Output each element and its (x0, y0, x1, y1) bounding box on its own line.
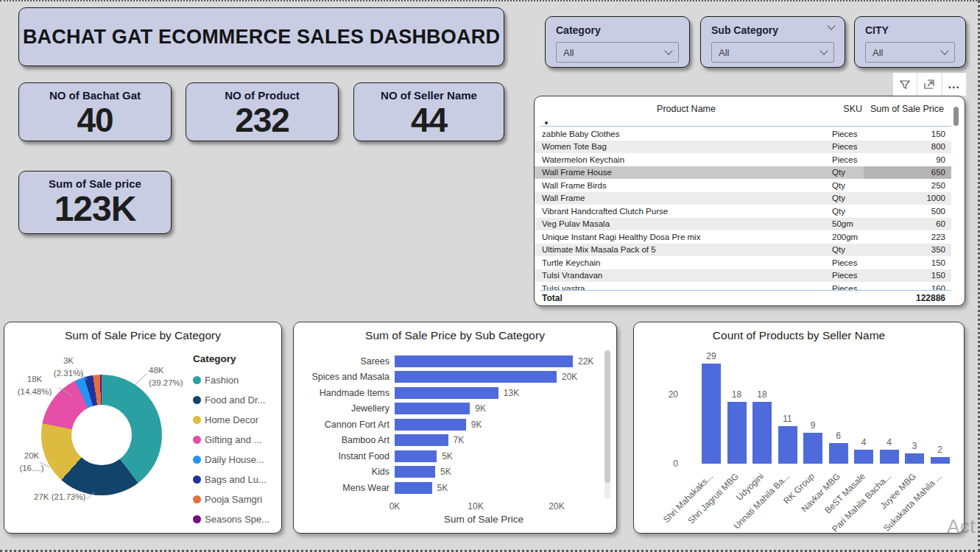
cell-sale-price: 223 (864, 230, 951, 244)
cell-sku: Pieces (832, 271, 864, 280)
filter-subcategory-label: Sub Category (711, 24, 834, 36)
cell-sku: 200gm (832, 233, 864, 241)
x-axis-tick-label: 10K (468, 501, 483, 512)
cell-product-name: Tulsi vastra (535, 284, 832, 290)
kpi-label: NO of Product (225, 89, 300, 102)
bar-chart-title: Sum of Sale Price by Sub Category (294, 329, 616, 342)
column-bar[interactable] (829, 443, 848, 464)
column-value-label: 11 (778, 414, 797, 424)
table-header-product-name[interactable]: Product Name (542, 104, 831, 120)
bar[interactable] (395, 371, 557, 383)
bar-chart-scrollbar-thumb[interactable] (604, 350, 610, 483)
filter-city-dropdown[interactable]: All (865, 42, 955, 63)
kpi-value: 40 (77, 102, 113, 139)
legend-item[interactable]: Food and Dr... (193, 390, 280, 410)
bar[interactable] (395, 434, 448, 446)
legend-label: Bags and Lu... (205, 474, 267, 485)
column-value-label: 29 (702, 351, 721, 361)
legend-label: Food and Dr... (205, 394, 265, 406)
bar[interactable] (395, 387, 498, 399)
legend-item[interactable]: Gifting and ... (193, 430, 280, 450)
cell-sale-price: 350 (864, 244, 951, 257)
kpi-label: NO of Seller Name (381, 89, 477, 102)
table-row[interactable]: Veg Pulav Masala50gm60 (535, 218, 951, 231)
table-row[interactable]: Wall Frame HouseQty650 (535, 166, 951, 180)
column-bar[interactable] (778, 426, 797, 464)
column-bar[interactable] (752, 402, 772, 464)
legend-label: Seasons Spe... (205, 514, 269, 525)
table-row[interactable]: Wall FrameQty1000 (535, 192, 951, 205)
bar-category-label: Kids (294, 467, 389, 477)
bar[interactable] (395, 419, 466, 431)
bar[interactable] (395, 403, 470, 414)
legend-item[interactable]: Fashion (193, 370, 280, 390)
table-row[interactable]: Wall Frame BirdsQty250 (535, 179, 951, 192)
bar-category-label: Cannon Fort Art (294, 420, 389, 430)
cell-product-name: Wall Frame (535, 194, 832, 202)
cell-sale-price: 160 (864, 282, 951, 290)
cell-sku: Qty (832, 181, 864, 190)
column-bar[interactable] (880, 450, 899, 464)
legend-item[interactable]: Pooja Samgri (193, 489, 280, 509)
cell-sale-price: 90 (864, 153, 951, 166)
legend-color-dot (193, 436, 201, 444)
legend-label: Fashion (205, 375, 239, 386)
donut-chart-title: Sum of Sale Price by Category (4, 329, 281, 342)
legend-item[interactable]: Daily House... (193, 450, 280, 470)
table-row[interactable]: Unique Instant Ragi Healthy Dosa Pre mix… (535, 230, 951, 244)
cell-sale-price: 650 (864, 166, 951, 180)
legend-color-dot (193, 515, 201, 523)
focus-mode-icon[interactable] (917, 73, 941, 96)
filter-icon[interactable] (893, 73, 917, 96)
kpi-card-bachat-gat: NO of Bachat Gat 40 (18, 82, 172, 141)
bar[interactable] (395, 466, 435, 478)
bar[interactable] (395, 450, 437, 462)
dashboard-title: BACHAT GAT ECOMMERCE SALES DASHBOARD (23, 26, 500, 49)
donut-chart[interactable] (41, 375, 162, 495)
legend-item[interactable]: Home Decor (193, 410, 280, 430)
filter-category-dropdown[interactable]: All (556, 42, 679, 63)
table-row[interactable]: Ultimate Mix Masala Pack of 5Qty350 (535, 244, 951, 257)
more-options-icon[interactable]: ... (942, 73, 966, 96)
table-header-sale-price[interactable]: Sum of Sale Price (862, 104, 950, 120)
legend-title: Category (193, 353, 280, 364)
table-row[interactable]: Tulsi vastraPieces160 (535, 282, 951, 290)
legend-item[interactable]: Seasons Spe... (193, 509, 280, 529)
bar-value-label: 9K (471, 420, 482, 430)
table-row[interactable]: Turtle KeychainPieces150 (535, 256, 951, 269)
column-bar[interactable] (905, 453, 924, 464)
table-row[interactable]: zabhle Baby ClothesPieces150 (535, 127, 951, 141)
cell-product-name: Turtle Keychain (535, 258, 832, 267)
table-scrollbar-thumb[interactable] (953, 107, 959, 126)
table-row[interactable]: Women Tote BagPieces800 (535, 141, 951, 154)
cell-sale-price: 1000 (864, 192, 951, 205)
column-bar[interactable] (702, 364, 721, 464)
column-bar[interactable] (931, 457, 950, 464)
column-bar[interactable] (727, 402, 747, 464)
bar-chart-scrollbar[interactable] (604, 350, 610, 499)
kpi-card-sale-price: Sum of Sale price 123K (18, 171, 172, 234)
bar-category-label: Jewellery (294, 403, 389, 414)
cell-product-name: Ultimate Mix Masala Pack of 5 (535, 245, 832, 254)
cell-product-name: zabhle Baby Clothes (535, 130, 832, 138)
kpi-value: 232 (235, 102, 289, 139)
bar-value-label: 9K (475, 403, 486, 414)
bar[interactable] (395, 355, 573, 367)
kpi-label: Sum of Sale price (49, 177, 141, 190)
table-row[interactable]: Vibrant Handcrafted Clutch PurseQty500 (535, 205, 951, 218)
table-header-sku[interactable]: SKU (831, 104, 862, 120)
cell-sku: Pieces (832, 130, 864, 138)
table-row[interactable]: Watermelon KeychainPieces90 (535, 153, 951, 166)
bar-category-label: Handmade Items (294, 388, 389, 398)
column-bar[interactable] (803, 433, 822, 464)
filter-subcategory-dropdown[interactable]: All (711, 42, 834, 63)
cell-sku: Pieces (832, 155, 864, 164)
cell-sale-price: 800 (864, 141, 951, 154)
cell-product-name: Wall Frame House (535, 168, 832, 177)
activate-windows-watermark: Act (947, 515, 976, 538)
column-bar[interactable] (854, 450, 873, 464)
legend-item[interactable]: Bags and Lu... (193, 470, 280, 489)
bar-row: Cannon Fort Art9K (294, 418, 616, 431)
table-row[interactable]: Tulsi VrandavanPieces150 (535, 269, 951, 283)
bar[interactable] (395, 482, 432, 494)
